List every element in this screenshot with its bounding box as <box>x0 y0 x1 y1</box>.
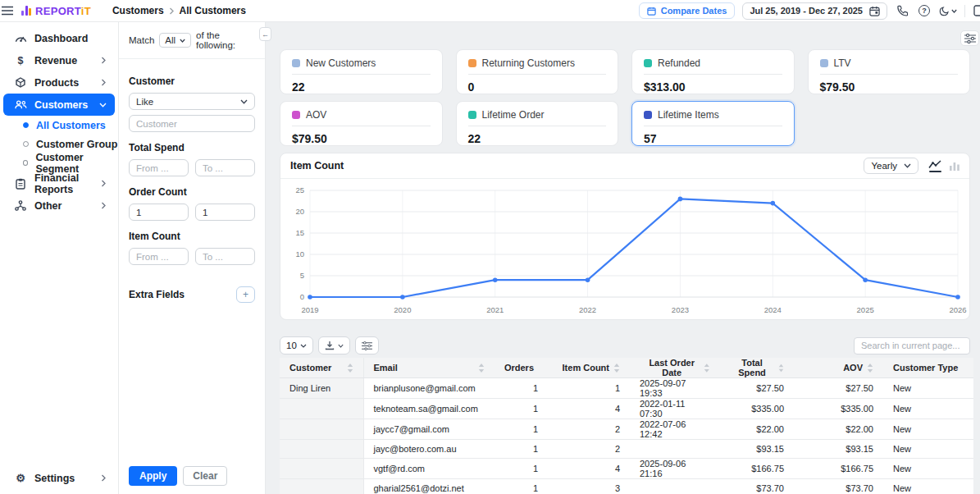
breadcrumb-section[interactable]: Customers <box>112 5 164 16</box>
sidebar-item-revenue[interactable]: $Revenue <box>3 49 115 71</box>
cell-last-order-date: 2025-09-07 19:33 <box>630 378 720 399</box>
customer-filter-input[interactable] <box>129 115 255 132</box>
chevron-down-icon <box>180 39 185 43</box>
sidebar-item-settings[interactable]: ⚙ Settings <box>3 467 115 489</box>
phone-support-icon[interactable] <box>895 3 909 18</box>
order-count-to-input[interactable] <box>195 204 255 221</box>
panel-icon[interactable] <box>973 3 980 18</box>
logo-bars-icon <box>21 6 31 16</box>
kpi-card-refunded[interactable]: Refunded$313.00 <box>631 49 795 94</box>
total-spend-to-input[interactable] <box>195 159 255 176</box>
sidebar-subitem-customer-segment[interactable]: Customer Segment <box>0 153 118 172</box>
svg-text:10: 10 <box>295 249 304 258</box>
match-select[interactable]: All <box>159 33 191 48</box>
column-header-customer[interactable]: Customer <box>280 358 363 378</box>
customer-operator-select[interactable]: Like <box>129 93 255 110</box>
date-range-button[interactable]: Jul 25, 2019 - Dec 27, 2025 <box>742 2 887 20</box>
theme-toggle[interactable] <box>939 6 957 16</box>
sliders-icon <box>362 341 372 350</box>
line-chart-toggle-icon[interactable] <box>928 160 941 172</box>
sidebar-subitem-all-customers[interactable]: All Customers <box>0 116 118 135</box>
sidebar-item-financial-reports[interactable]: Financial Reports <box>3 172 115 194</box>
column-header-last-order-date[interactable]: Last Order Date <box>630 358 720 378</box>
kpi-value: 57 <box>644 132 782 145</box>
menu-icon[interactable] <box>0 3 15 18</box>
column-header-item-count[interactable]: Item Count <box>548 358 630 378</box>
kpi-color-dot <box>468 59 476 67</box>
gear-icon: ⚙ <box>13 472 28 484</box>
cell-item-count: 4 <box>548 399 630 419</box>
table-search-input[interactable] <box>854 337 970 354</box>
add-extra-field-button[interactable]: + <box>236 286 255 303</box>
kpi-card-lifetime-items[interactable]: Lifetime Items57 <box>631 101 795 146</box>
filter-panel: ← Match All of the following: Customer L… <box>119 22 266 494</box>
export-button[interactable] <box>318 336 350 354</box>
sidebar-item-label: Financial Reports <box>34 172 94 195</box>
chart-card: Item Count Yearly 0510152025201920202021… <box>280 153 970 320</box>
cell-customer-type: New <box>883 378 973 399</box>
sidebar-item-products[interactable]: Products <box>3 71 115 94</box>
sort-icon <box>867 364 873 373</box>
table-row[interactable]: teknoteam.sa@gmail.com142022-01-11 07:30… <box>280 399 973 419</box>
kpi-label: Returning Customers <box>482 57 575 69</box>
date-range-value: Jul 25, 2019 - Dec 27, 2025 <box>750 6 863 16</box>
line-chart-svg: 0510152025201920202021202220232024202520… <box>285 182 970 318</box>
table-row[interactable]: vgtf@rd.com142025-09-06 21:16$166.75$166… <box>280 459 973 479</box>
sort-icon <box>613 364 620 373</box>
table-row[interactable]: gharial2561@dotzi.net13$73.70$73.70New <box>280 479 973 494</box>
table-row[interactable]: jayc@botero.com.au12$93.15$93.15New <box>280 440 973 459</box>
apply-button[interactable]: Apply <box>129 466 177 486</box>
column-header-email[interactable]: Email <box>363 358 495 378</box>
chart-period-select[interactable]: Yearly <box>864 158 918 174</box>
kpi-card-new-customers[interactable]: New Customers22 <box>280 49 443 94</box>
help-icon[interactable]: ? <box>917 3 932 18</box>
chevron-right-icon <box>169 7 175 15</box>
kpi-card-ltv[interactable]: LTV$79.50 <box>808 49 971 94</box>
total-spend-from-input[interactable] <box>129 159 189 176</box>
sidebar-item-dashboard[interactable]: Dashboard <box>3 27 115 49</box>
table-row[interactable]: Ding Lirenbrianplusone@gmail.com112025-0… <box>280 378 973 399</box>
cell-last-order-date: 2022-07-06 12:42 <box>630 419 720 440</box>
column-header-aov[interactable]: AOV <box>794 358 883 378</box>
chevron-right-icon <box>101 57 107 64</box>
app-logo[interactable]: REPORTiT <box>21 5 91 17</box>
kpi-color-dot <box>644 59 652 67</box>
kpi-card-aov[interactable]: AOV$79.50 <box>280 101 443 146</box>
gauge-icon <box>13 34 28 43</box>
item-count-from-input[interactable] <box>129 248 189 265</box>
cell-email: teknoteam.sa@gmail.com <box>363 399 495 419</box>
cell-email: jaycc7@gmail.com <box>363 419 495 440</box>
sliders-icon <box>964 34 976 43</box>
chevron-down-icon <box>300 344 307 348</box>
page-size-select[interactable]: 10 <box>280 336 313 354</box>
sidebar-subitem-label: All Customers <box>36 120 106 131</box>
cell-customer <box>280 459 363 479</box>
item-count-to-input[interactable] <box>195 248 255 265</box>
cell-aov: $22.00 <box>794 419 883 440</box>
kpi-color-dot <box>820 59 828 67</box>
sidebar-item-customers[interactable]: Customers <box>3 94 115 116</box>
dashboard-settings-button[interactable] <box>960 30 979 46</box>
collapse-filters-button[interactable]: ← <box>259 27 271 41</box>
chevron-down-icon <box>951 9 957 13</box>
svg-text:0: 0 <box>300 292 304 301</box>
column-settings-button[interactable] <box>355 336 379 354</box>
column-header-total-spend[interactable]: Total Spend <box>720 358 794 378</box>
sidebar-subitem-label: Customer Segment <box>35 152 118 175</box>
svg-text:20: 20 <box>295 207 304 216</box>
order-count-from-input[interactable] <box>129 204 189 221</box>
customers-table: CustomerEmailOrdersItem CountLast Order … <box>280 358 973 494</box>
kpi-card-lifetime-order[interactable]: Lifetime Order22 <box>456 101 619 146</box>
kpi-label: Lifetime Order <box>482 109 545 121</box>
bar-chart-toggle-icon[interactable] <box>950 162 959 171</box>
clear-button[interactable]: Clear <box>183 466 227 486</box>
cell-customer-type: New <box>883 419 973 440</box>
cell-orders: 1 <box>495 419 548 440</box>
column-header-orders[interactable]: Orders <box>495 358 548 378</box>
cell-aov: $73.70 <box>794 479 883 494</box>
table-row[interactable]: jaycc7@gmail.com122022-07-06 12:42$22.00… <box>280 419 973 440</box>
compare-dates-button[interactable]: Compare Dates <box>639 2 736 19</box>
sidebar-item-other[interactable]: Other <box>3 194 115 217</box>
kpi-card-returning-customers[interactable]: Returning Customers0 <box>456 49 619 94</box>
svg-text:2023: 2023 <box>672 305 689 314</box>
